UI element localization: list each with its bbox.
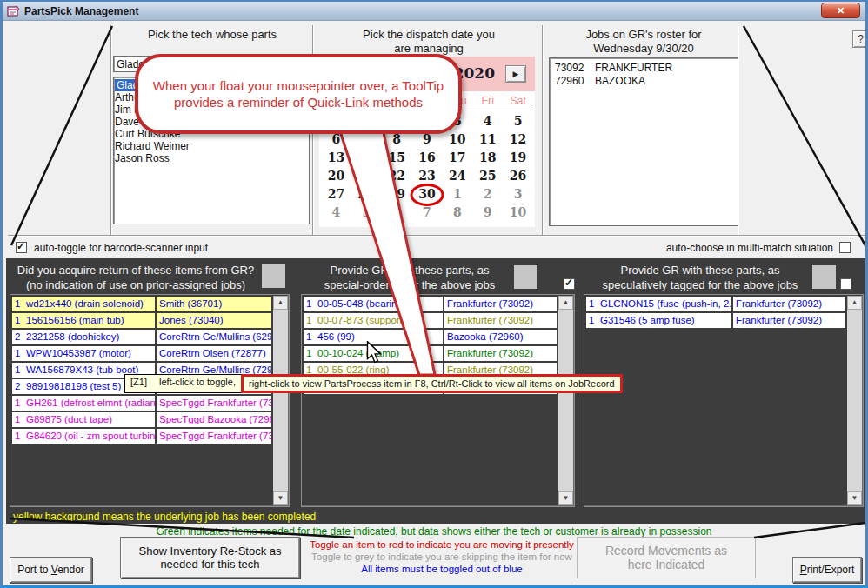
job-cell[interactable]: CoreRtrn Olsen (72877) <box>157 346 271 361</box>
parts-row[interactable]: 1G89875 (duct tape)SpecTggd Bazooka (729… <box>12 412 271 427</box>
job-list-item[interactable]: 73092FRANKFURTER <box>550 61 738 74</box>
auto-choose-checkbox[interactable] <box>839 242 851 253</box>
calendar-day[interactable]: 4 <box>321 204 351 222</box>
part-cell[interactable]: 1GLCNON15 (fuse (push-in, 2.00 <box>586 297 731 311</box>
scroll-up-icon[interactable]: ▲ <box>558 296 573 310</box>
part-cell[interactable]: 1G89875 (duct tape) <box>12 412 155 427</box>
calendar-day[interactable]: 1 <box>442 185 472 204</box>
calendar-day[interactable]: 15 <box>382 149 412 167</box>
part-cell[interactable]: 1wd21x440 (drain solenoid) <box>12 297 155 311</box>
parts-row[interactable]: 1156156156 (main tub)Jones (73040) <box>12 313 271 328</box>
panel2-checkbox[interactable] <box>564 278 575 290</box>
scroll-down-icon[interactable]: ▼ <box>558 491 573 505</box>
panel2-scrollbar[interactable]: ▲ ▼ <box>558 296 573 505</box>
part-cell[interactable]: 1156156156 (main tub) <box>12 313 155 328</box>
panel2-listbox[interactable]: ▲ ▼ 100-05-048 (bearing)Frankfurter (730… <box>301 294 575 507</box>
parts-row[interactable]: 1G84620 (oil - zm spout turbine)SpecTggd… <box>12 429 271 444</box>
part-cell[interactable]: 1G84620 (oil - zm spout turbine) <box>12 429 155 444</box>
calendar-day[interactable]: 14 <box>351 149 382 167</box>
calendar-day[interactable]: 26 <box>503 167 533 185</box>
parts-row[interactable]: 1wd21x440 (drain solenoid)Smith (36701) <box>12 297 271 311</box>
tech-list-item[interactable]: Richard Weimer <box>115 140 308 152</box>
calendar-day[interactable]: 4 <box>472 112 503 130</box>
calendar-day[interactable]: 10 <box>503 204 533 222</box>
auto-toggle-checkbox[interactable] <box>16 242 27 253</box>
record-movements-button[interactable]: Record Movements as here Indicated <box>577 537 756 578</box>
tech-list-item[interactable]: Jason Ross <box>115 152 308 164</box>
calendar-day[interactable]: 5 <box>351 204 382 222</box>
calendar-day[interactable]: 8 <box>442 204 472 222</box>
calendar-day[interactable]: 5 <box>503 112 533 130</box>
calendar-day[interactable]: 19 <box>503 149 533 167</box>
part-cell[interactable]: 1GH261 (defrost elmnt (radiant In <box>12 396 155 411</box>
job-cell[interactable]: Frankfurter (73092) <box>444 346 557 361</box>
job-cell[interactable]: Frankfurter (73092) <box>733 297 845 311</box>
calendar-day[interactable]: 18 <box>472 149 503 167</box>
job-cell[interactable]: CoreRtrn Ge/Mullins (6292 <box>157 330 271 344</box>
calendar-day[interactable]: 30 <box>412 185 443 204</box>
scroll-up-icon[interactable]: ▲ <box>847 296 862 310</box>
job-list-item[interactable]: 72960BAZOOKA <box>550 74 738 87</box>
job-cell[interactable]: Bazooka (72960) <box>444 330 557 344</box>
part-cell[interactable]: 22321258 (doohickey) <box>12 330 155 344</box>
parts-row[interactable]: 22321258 (doohickey)CoreRtrn Ge/Mullins … <box>12 330 271 344</box>
calendar-next-button[interactable]: ▶ <box>505 65 526 83</box>
job-cell[interactable]: Frankfurter (73092) <box>444 313 557 328</box>
job-cell[interactable]: Smith (36701) <box>157 297 271 311</box>
job-cell[interactable]: SpecTggd Frankfurter (730 <box>157 429 271 444</box>
part-cell[interactable]: 100-05-048 (bearing) <box>304 297 443 311</box>
parts-row[interactable]: 1GH261 (defrost elmnt (radiant InSpecTgg… <box>12 396 271 411</box>
parts-row[interactable]: 100-07-873 (support)Frankfurter (73092) <box>304 313 557 328</box>
part-cell[interactable]: 1G31546 (5 amp fuse) <box>586 313 731 328</box>
calendar-day[interactable]: 25 <box>472 167 503 185</box>
calendar-day[interactable]: 13 <box>321 149 351 167</box>
part-cell[interactable]: 1456 (99) <box>304 330 443 344</box>
show-inventory-button[interactable]: Show Inventory Re-Stock as needed for th… <box>120 537 300 578</box>
scroll-down-icon[interactable]: ▼ <box>847 491 862 505</box>
part-cell[interactable]: 100-10-024 (clamp) <box>304 346 443 361</box>
calendar-day[interactable]: 10 <box>442 130 472 149</box>
job-cell[interactable]: Jones (73040) <box>157 313 271 328</box>
close-button[interactable]: ✕ <box>821 3 860 18</box>
calendar-day[interactable]: 11 <box>472 130 503 149</box>
calendar-day[interactable]: 21 <box>351 167 382 185</box>
calendar-day[interactable]: 12 <box>503 130 533 149</box>
calendar-day[interactable]: 17 <box>442 149 472 167</box>
panel1-listbox[interactable]: ▲ ▼ 1wd21x440 (drain solenoid)Smith (367… <box>10 294 290 507</box>
panel3-listbox[interactable]: ▲ ▼ 1GLCNON15 (fuse (push-in, 2.00Frankf… <box>584 294 864 507</box>
job-cell[interactable]: SpecTggd Bazooka (7296 <box>157 412 271 427</box>
panel3-scrollbar[interactable]: ▲ ▼ <box>847 296 862 505</box>
help-button[interactable]: ? <box>852 30 868 48</box>
panel3-checkbox[interactable] <box>840 278 851 290</box>
calendar-day[interactable]: 22 <box>382 167 412 185</box>
parts-row[interactable]: 1G31546 (5 amp fuse)Frankfurter (73092) <box>586 313 845 328</box>
calendar-day[interactable]: 20 <box>321 167 351 185</box>
calendar-day[interactable]: 9 <box>472 204 503 222</box>
scroll-up-icon[interactable]: ▲ <box>273 296 288 310</box>
calendar-day[interactable]: 16 <box>412 149 443 167</box>
job-cell[interactable]: Frankfurter (73092) <box>733 313 845 328</box>
calendar-day[interactable]: 3 <box>503 185 533 204</box>
job-cell[interactable]: Frankfurter (73092) <box>444 297 557 311</box>
print-export-button[interactable]: Print/Export <box>792 557 862 583</box>
parts-row[interactable]: 100-05-048 (bearing)Frankfurter (73092) <box>304 297 557 311</box>
port-to-vendor-button[interactable]: Port to Vendor <box>10 557 92 583</box>
parts-row[interactable]: 1456 (99)Bazooka (72960) <box>304 330 557 344</box>
parts-row[interactable]: 1GLCNON15 (fuse (push-in, 2.00Frankfurte… <box>586 297 845 311</box>
calendar-day[interactable]: 24 <box>442 167 472 185</box>
job-cell[interactable]: SpecTggd Frankfurter (730 <box>157 396 271 411</box>
parts-row[interactable]: 1WPW10453987 (motor)CoreRtrn Olsen (7287… <box>12 346 271 361</box>
calendar-day[interactable]: 2 <box>472 185 503 204</box>
scroll-down-icon[interactable]: ▼ <box>273 491 288 505</box>
calendar-day[interactable]: 27 <box>321 185 351 204</box>
part-cell[interactable]: 100-07-873 (support) <box>304 313 443 328</box>
calendar-day[interactable]: 6 <box>382 204 412 222</box>
part-cell[interactable]: 1WPW10453987 (motor) <box>12 346 155 361</box>
title-bar[interactable]: PartsPick Management <box>3 2 865 21</box>
parts-row[interactable]: 100-10-024 (clamp)Frankfurter (73092) <box>304 346 557 361</box>
calendar-day[interactable]: 29 <box>382 185 412 204</box>
calendar-day[interactable]: 28 <box>351 185 382 204</box>
panel1-scrollbar[interactable]: ▲ ▼ <box>273 296 288 505</box>
jobs-listbox[interactable]: 73092FRANKFURTER72960BAZOOKA <box>549 57 738 226</box>
calendar-day[interactable]: 7 <box>412 204 443 222</box>
